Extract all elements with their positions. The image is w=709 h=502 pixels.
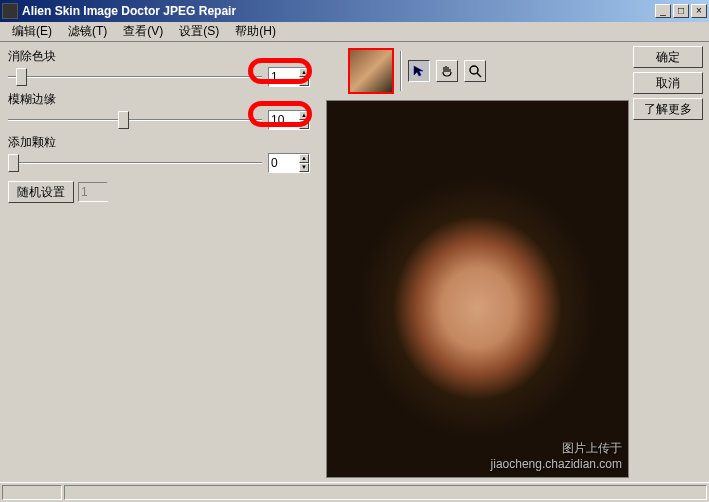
menu-settings[interactable]: 设置(S): [171, 21, 227, 42]
blur-edges-field[interactable]: ▲▼: [268, 110, 310, 130]
dialog-buttons: 确定 取消 了解更多: [633, 46, 703, 120]
blur-edges-input[interactable]: [269, 111, 299, 129]
spin-up-icon[interactable]: ▲: [299, 111, 309, 120]
random-button[interactable]: 随机设置: [8, 181, 74, 203]
ok-button[interactable]: 确定: [633, 46, 703, 68]
menu-filter[interactable]: 滤镜(T): [60, 21, 115, 42]
spin-down-icon[interactable]: ▼: [299, 120, 309, 129]
pointer-icon: [412, 64, 426, 78]
add-grain-field[interactable]: ▲▼: [268, 153, 310, 173]
menu-view[interactable]: 查看(V): [115, 21, 171, 42]
statusbar: [0, 482, 709, 502]
spin-down-icon[interactable]: ▼: [299, 163, 309, 172]
cancel-button[interactable]: 取消: [633, 72, 703, 94]
preview-area: 确定 取消 了解更多 图片上传于 jiaocheng.chazidian.com: [318, 42, 709, 482]
image-preview[interactable]: 图片上传于 jiaocheng.chazidian.com: [326, 100, 629, 478]
thumbnail-strip: [348, 48, 486, 94]
pointer-tool[interactable]: [408, 60, 430, 82]
remove-blocks-label: 消除色块: [8, 48, 310, 65]
app-icon: [2, 3, 18, 19]
add-grain-row: 添加颗粒 ▲▼: [8, 134, 310, 173]
add-grain-input[interactable]: [269, 154, 299, 172]
content-area: 消除色块 ▲▼ 模糊边缘: [0, 42, 709, 482]
watermark-line1: 图片上传于: [491, 440, 622, 457]
menu-help[interactable]: 帮助(H): [227, 21, 284, 42]
random-value-field: [78, 182, 108, 202]
maximize-button[interactable]: □: [673, 4, 689, 18]
spin-down-icon[interactable]: ▼: [299, 77, 309, 86]
zoom-tool[interactable]: [464, 60, 486, 82]
add-grain-slider[interactable]: [8, 153, 262, 173]
add-grain-label: 添加颗粒: [8, 134, 310, 151]
controls-panel: 消除色块 ▲▼ 模糊边缘: [0, 42, 318, 482]
titlebar: Alien Skin Image Doctor JPEG Repair _ □ …: [0, 0, 709, 22]
zoom-icon: [468, 64, 482, 78]
preview-thumbnail[interactable]: [348, 48, 394, 94]
hand-icon: [440, 64, 454, 78]
blur-edges-row: 模糊边缘 ▲▼: [8, 91, 310, 130]
close-button[interactable]: ×: [691, 4, 707, 18]
preview-image-content: 图片上传于 jiaocheng.chazidian.com: [327, 101, 628, 477]
status-cell-2: [64, 485, 707, 500]
hand-tool[interactable]: [436, 60, 458, 82]
remove-blocks-field[interactable]: ▲▼: [268, 67, 310, 87]
window-title: Alien Skin Image Doctor JPEG Repair: [22, 4, 653, 18]
blur-edges-label: 模糊边缘: [8, 91, 310, 108]
svg-point-0: [470, 66, 478, 74]
spin-up-icon[interactable]: ▲: [299, 154, 309, 163]
blur-edges-slider[interactable]: [8, 110, 262, 130]
remove-blocks-slider[interactable]: [8, 67, 262, 87]
watermark-line2: jiaocheng.chazidian.com: [491, 457, 622, 471]
status-cell-1: [2, 485, 62, 500]
menubar: 编辑(E) 滤镜(T) 查看(V) 设置(S) 帮助(H): [0, 22, 709, 42]
spin-up-icon[interactable]: ▲: [299, 68, 309, 77]
menu-edit[interactable]: 编辑(E): [4, 21, 60, 42]
watermark: 图片上传于 jiaocheng.chazidian.com: [491, 440, 622, 471]
svg-line-1: [477, 73, 481, 77]
remove-blocks-row: 消除色块 ▲▼: [8, 48, 310, 87]
more-button[interactable]: 了解更多: [633, 98, 703, 120]
remove-blocks-input[interactable]: [269, 68, 299, 86]
minimize-button[interactable]: _: [655, 4, 671, 18]
random-value-input: [79, 183, 109, 201]
